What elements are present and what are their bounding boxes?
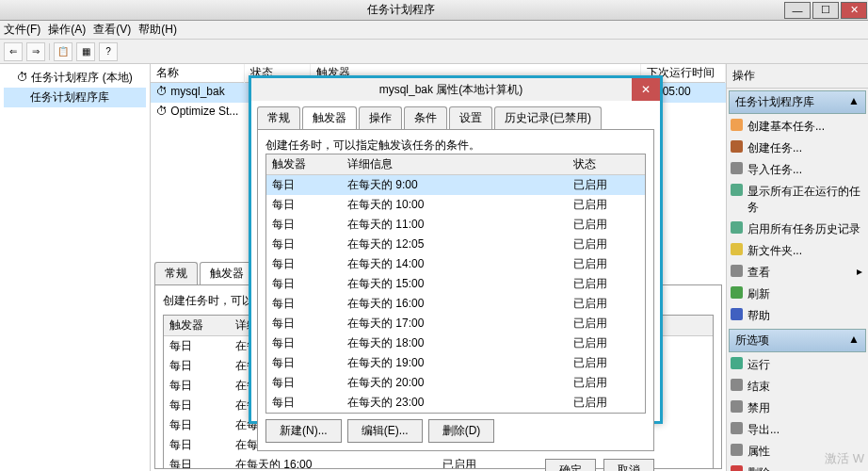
trigger-row[interactable]: 每日在每天的 15:00已启用 — [266, 274, 645, 294]
trigger-row[interactable]: 每日在每天的 18:00已启用 — [266, 333, 645, 353]
actions-section-selected[interactable]: 所选项 ▲ — [729, 329, 866, 352]
action-item[interactable]: 显示所有正在运行的任务 — [727, 181, 868, 219]
close-button[interactable]: ✕ — [841, 2, 867, 19]
action-item[interactable]: 导入任务... — [727, 159, 868, 181]
trigger-row[interactable]: 每日在每天的 9:00已启用 — [266, 175, 645, 195]
action-icon — [731, 221, 743, 234]
dlg-tab-actions[interactable]: 操作 — [359, 106, 402, 129]
action-item[interactable]: 新文件夹... — [727, 240, 868, 262]
dlg-tab-conditions[interactable]: 条件 — [404, 106, 447, 129]
action-icon — [731, 162, 743, 174]
action-icon — [731, 444, 743, 456]
toolbar-button[interactable]: ▦ — [76, 42, 95, 61]
cancel-button[interactable]: 取消 — [603, 459, 654, 471]
actions-title: 操作 — [727, 64, 868, 89]
help-button[interactable]: ? — [99, 42, 118, 61]
trigger-row[interactable]: 每日在每天的 23:00已启用 — [266, 393, 645, 413]
col-name[interactable]: 名称 — [151, 64, 245, 83]
action-icon — [731, 243, 743, 255]
toolbar: ⇐ ⇒ 📋 ▦ ? — [0, 40, 868, 64]
forward-button[interactable]: ⇒ — [26, 42, 45, 61]
collapse-icon: ▲ — [848, 94, 860, 107]
action-icon — [731, 400, 743, 413]
actions-pane: 操作 任务计划程序库 ▲ 创建基本任务...创建任务...导入任务...显示所有… — [727, 64, 868, 471]
dlg-tab-general[interactable]: 常规 — [257, 106, 300, 129]
tab-general[interactable]: 常规 — [154, 262, 198, 284]
trigger-row[interactable]: 每日在每天的 17:00已启用 — [266, 314, 645, 333]
minimize-button[interactable]: — — [784, 2, 811, 19]
tab-triggers[interactable]: 触发器 — [200, 262, 254, 284]
trigger-row[interactable]: 每日在每天的 10:00已启用 — [266, 195, 645, 215]
maximize-button[interactable]: ☐ — [812, 2, 839, 19]
action-item[interactable]: 查看▸ — [727, 262, 868, 284]
col-detail[interactable]: 详细信息 — [342, 154, 568, 174]
action-item[interactable]: 启用所有任务历史记录 — [727, 219, 868, 240]
toolbar-button[interactable]: 📋 — [54, 42, 72, 61]
action-item[interactable]: 结束 — [727, 376, 868, 398]
titlebar: 任务计划程序 — ☐ ✕ — [0, 0, 868, 21]
trigger-row[interactable]: 每日在每天的 12:05已启用 — [266, 235, 645, 254]
action-icon — [731, 140, 743, 153]
action-icon — [731, 265, 743, 277]
action-icon — [731, 379, 743, 391]
menu-help[interactable]: 帮助(H) — [138, 22, 177, 38]
action-item[interactable]: 帮助 — [727, 305, 868, 327]
menubar: 文件(F) 操作(A) 查看(V) 帮助(H) — [0, 21, 868, 40]
action-item[interactable]: 创建任务... — [727, 138, 868, 159]
action-item[interactable]: 导出... — [727, 419, 868, 441]
ok-button[interactable]: 确定 — [545, 459, 596, 471]
actions-section-library[interactable]: 任务计划程序库 ▲ — [729, 90, 866, 114]
col-trigger[interactable]: 触发器 — [266, 154, 342, 174]
action-icon — [731, 286, 743, 299]
properties-dialog: mysql_bak 属性(本地计算机) ✕ 常规 触发器 操作 条件 设置 历史… — [249, 75, 663, 424]
action-icon — [731, 119, 743, 131]
trigger-row[interactable]: 每日在每天的 11:00已启用 — [266, 215, 645, 235]
action-item[interactable]: 刷新 — [727, 284, 868, 305]
action-icon — [731, 308, 743, 320]
menu-file[interactable]: 文件(F) — [4, 22, 40, 38]
dlg-tab-settings[interactable]: 设置 — [449, 106, 492, 129]
collapse-icon: ▲ — [848, 333, 860, 346]
trigger-hint: 创建任务时，可以指定触发该任务的条件。 — [265, 138, 646, 154]
trigger-row[interactable]: 每日在每天的 16:00已启用 — [266, 294, 645, 314]
trigger-row[interactable]: 每日在每天的 14:00已启用 — [266, 254, 645, 274]
action-item[interactable]: 禁用 — [727, 398, 868, 419]
action-icon — [731, 465, 743, 471]
dlg-tab-triggers[interactable]: 触发器 — [302, 106, 357, 129]
new-trigger-button[interactable]: 新建(N)... — [265, 419, 342, 443]
tree-library[interactable]: 任务计划程序库 — [4, 88, 146, 107]
col-status[interactable]: 状态 — [568, 154, 624, 174]
dlg-trigger-table: 触发器 详细信息 状态 每日在每天的 9:00已启用每日在每天的 10:00已启… — [265, 154, 646, 414]
dlg-tab-history[interactable]: 历史记录(已禁用) — [494, 106, 602, 129]
col-trigger[interactable]: 触发器 — [164, 316, 230, 335]
delete-trigger-button[interactable]: 删除(D) — [428, 419, 495, 443]
action-item[interactable]: 创建基本任务... — [727, 116, 868, 138]
trigger-row[interactable]: 每日在每天的 19:00已启用 — [266, 353, 645, 373]
trigger-row[interactable]: 每日在每天的 20:00已启用 — [266, 373, 645, 393]
window-title: 任务计划程序 — [19, 2, 783, 18]
action-icon — [731, 422, 743, 434]
menu-action[interactable]: 操作(A) — [48, 22, 86, 38]
dialog-title: mysql_bak 属性(本地计算机) — [270, 78, 632, 101]
watermark: 激活 W — [825, 450, 864, 467]
action-icon — [731, 184, 743, 196]
clock-icon: ⏱ — [17, 71, 28, 84]
nav-tree: ⏱ 任务计划程序 (本地) 任务计划程序库 — [0, 64, 151, 471]
action-item[interactable]: 运行 — [727, 354, 868, 376]
edit-trigger-button[interactable]: 编辑(E)... — [347, 419, 423, 443]
action-icon — [731, 357, 743, 369]
tree-root[interactable]: ⏱ 任务计划程序 (本地) — [4, 68, 146, 88]
menu-view[interactable]: 查看(V) — [93, 22, 131, 38]
dialog-close-button[interactable]: ✕ — [632, 78, 660, 101]
back-button[interactable]: ⇐ — [4, 42, 23, 61]
